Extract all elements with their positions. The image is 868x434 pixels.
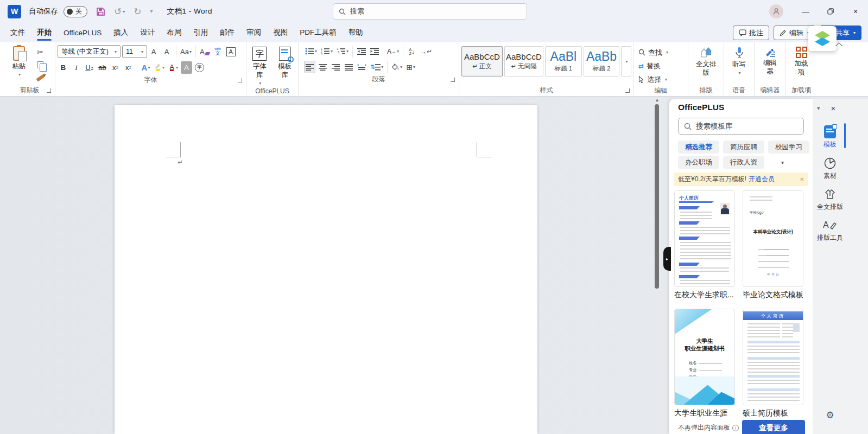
tab-home[interactable]: 开始 <box>31 23 58 42</box>
tab-insert[interactable]: 插入 <box>107 23 134 42</box>
word-app-icon[interactable]: W <box>8 5 21 18</box>
shading-button[interactable]: ▾ <box>390 61 403 73</box>
copy-button[interactable] <box>34 59 47 71</box>
template-library-button[interactable]: 模板库 <box>274 45 296 86</box>
align-center-button[interactable] <box>317 61 328 73</box>
distribute-button[interactable] <box>356 61 368 73</box>
comments-button[interactable]: 批注 <box>733 25 769 40</box>
character-shading-button[interactable]: A <box>181 61 192 74</box>
bold-button[interactable]: B <box>58 61 69 74</box>
chip-office[interactable]: 办公职场 <box>678 156 719 169</box>
style-heading1[interactable]: AaBl 标题 1 <box>545 46 582 76</box>
text-effects-button[interactable]: A▾ <box>140 61 151 74</box>
increase-indent-button[interactable] <box>369 45 380 58</box>
font-library-button[interactable]: 字 字体库 ▾ <box>249 45 271 86</box>
rail-item-assets[interactable]: 素材 <box>813 157 847 180</box>
grow-font-button[interactable]: Aˆ <box>149 46 160 58</box>
collapse-ribbon-button[interactable] <box>834 41 844 50</box>
select-button[interactable]: 选择▾ <box>636 73 686 86</box>
find-button[interactable]: 查找▾ <box>636 46 686 59</box>
tab-mailings[interactable]: 邮件 <box>214 23 240 42</box>
clear-formatting-button[interactable]: A <box>199 46 211 58</box>
enclose-characters-button[interactable]: 字 <box>194 61 205 74</box>
style-normal[interactable]: AaBbCcD ↵ 正文 <box>461 46 503 76</box>
format-painter-button[interactable] <box>34 72 47 84</box>
close-button[interactable]: × <box>843 0 868 23</box>
chip-campus[interactable]: 校园学习 <box>768 141 809 154</box>
cut-button[interactable]: ✂ <box>34 46 47 58</box>
chip-resume[interactable]: 简历应聘 <box>723 141 764 154</box>
quick-access-more-icon[interactable]: ▾ <box>150 9 153 14</box>
styles-dialog-launcher[interactable] <box>625 88 630 93</box>
see-more-button[interactable]: 查看更多 <box>742 420 805 434</box>
vertical-scrollbar[interactable]: ▲ <box>654 98 661 432</box>
asian-layout-button[interactable]: A↔▾ <box>386 45 400 58</box>
rail-item-full-typeset[interactable]: 全文排版 <box>813 188 847 210</box>
borders-button[interactable]: ⊞▾ <box>405 61 416 73</box>
document-page[interactable]: ↵ <box>115 105 537 434</box>
scrollbar-thumb[interactable] <box>655 104 659 289</box>
font-name-combo[interactable]: 等线 (中文正文)▾ <box>58 45 121 58</box>
dictate-button[interactable]: 听写 ▾ <box>730 45 748 84</box>
tab-references[interactable]: 引用 <box>187 23 214 42</box>
template-search-input[interactable]: 搜索模板库 <box>678 118 804 135</box>
addins-button[interactable]: 加载项 <box>792 45 810 84</box>
style-no-spacing[interactable]: AaBbCcD ↵ 无间隔 <box>504 46 543 76</box>
save-icon[interactable] <box>96 7 105 16</box>
shrink-font-button[interactable]: Aˇ <box>162 46 173 58</box>
tab-layout[interactable]: 布局 <box>161 23 187 42</box>
full-text-typeset-button[interactable]: 全文排版 <box>690 45 721 84</box>
rail-item-typeset-tools[interactable]: A 排版工具 <box>813 219 847 241</box>
undo-icon[interactable]: ↺ <box>114 7 122 16</box>
chip-hr[interactable]: 行政人资 <box>723 156 764 169</box>
tab-pdf-toolbox[interactable]: PDF工具箱 <box>294 23 343 42</box>
decrease-indent-button[interactable] <box>356 45 367 58</box>
font-size-combo[interactable]: 11▾ <box>122 45 147 58</box>
sort-button[interactable]: AZ↓ <box>406 45 417 58</box>
open-membership-link[interactable]: 开通会员 <box>749 175 775 184</box>
restore-button[interactable] <box>818 0 843 23</box>
rail-item-templates[interactable]: 模板 <box>813 125 847 148</box>
align-right-button[interactable] <box>330 61 341 73</box>
strikethrough-button[interactable]: ab <box>97 61 108 74</box>
template-card-master-resume[interactable]: 个人简历 硕士简历模板 <box>743 309 803 418</box>
template-card-student-resume[interactable]: 个人简历 在校大学生求职... <box>674 190 735 300</box>
font-dialog-launcher[interactable] <box>238 78 242 82</box>
tab-officeplus[interactable]: OfficePLUS <box>58 23 107 42</box>
autosave-toggle[interactable]: 关 <box>64 6 87 17</box>
pane-collapse-tab[interactable]: ► <box>663 247 671 271</box>
highlight-color-button[interactable]: ▾ <box>153 61 166 74</box>
align-left-button[interactable] <box>304 61 315 73</box>
chips-expand-icon[interactable]: ▾ <box>781 159 784 165</box>
account-avatar[interactable] <box>769 4 783 18</box>
superscript-button[interactable]: x2 <box>123 61 134 74</box>
replace-button[interactable]: ⇄ 替换 <box>636 60 686 72</box>
character-border-button[interactable]: A <box>225 46 237 58</box>
banner-close-icon[interactable]: × <box>800 175 804 183</box>
change-case-button[interactable]: Aa▾ <box>179 46 193 58</box>
multilevel-list-button[interactable]: 1ai▾ <box>335 45 350 58</box>
show-hide-marks-button[interactable]: →↵ <box>419 45 433 58</box>
tab-review[interactable]: 审阅 <box>240 23 267 42</box>
tab-design[interactable]: 设计 <box>134 23 161 42</box>
underline-button[interactable]: U▾ <box>84 61 95 74</box>
tab-view[interactable]: 视图 <box>267 23 294 42</box>
template-card-thesis[interactable]: 学校logo 本科毕业论文(设计) 年 月 日 毕业论文格式模板 <box>743 190 803 300</box>
numbering-button[interactable]: 123▾ <box>320 45 334 58</box>
bullets-button[interactable]: ▾ <box>304 45 318 58</box>
font-color-button[interactable]: A▾ <box>167 61 179 74</box>
tab-help[interactable]: 帮助 <box>343 23 369 42</box>
paste-button[interactable]: 粘贴 ▾ <box>7 45 31 84</box>
editor-button[interactable]: 编辑器 <box>761 45 780 84</box>
search-input[interactable]: 搜索 <box>333 3 527 20</box>
line-spacing-button[interactable]: ⇅▾ <box>369 61 384 73</box>
scroll-up-arrow[interactable]: ▲ <box>654 98 661 103</box>
undo-dropdown-icon[interactable]: ▾ <box>123 9 125 14</box>
phonetic-guide-button[interactable]: wén文 <box>212 46 224 58</box>
styles-gallery-more-button[interactable]: ▾ <box>621 46 631 76</box>
redo-icon[interactable]: ↻ <box>134 7 141 16</box>
style-heading2[interactable]: AaBb 标题 2 <box>584 46 619 76</box>
paragraph-dialog-launcher[interactable] <box>451 78 455 82</box>
settings-gear-icon[interactable]: ⚙ <box>813 410 847 421</box>
template-card-career-plan[interactable]: 大学生 职业生涯规划书 姓名: 专业: 学号: 大学生职业生涯 <box>674 309 735 418</box>
